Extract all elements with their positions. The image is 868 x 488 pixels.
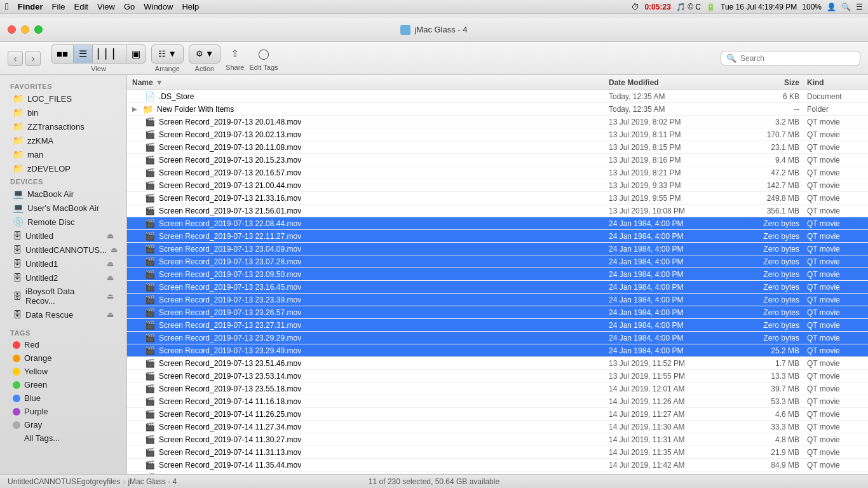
search-input[interactable] xyxy=(740,54,855,63)
sidebar-item-device-7[interactable]: 🗄iBoysoft Data Recov...⏏ xyxy=(3,285,124,308)
col-modified-header[interactable]: Date Modified xyxy=(609,78,736,87)
sidebar-tag-0[interactable]: Red xyxy=(3,338,124,351)
table-row[interactable]: 🎬 Screen Record_2019-07-13 23.29.49.mov … xyxy=(127,344,868,357)
action-btn[interactable]: ⚙ ▼ xyxy=(189,44,220,64)
table-row[interactable]: 🎬 Screen Record_2019-07-13 20.16.57.mov … xyxy=(127,166,868,179)
minimize-button[interactable] xyxy=(21,25,29,34)
icon-view-btn[interactable]: ■■ xyxy=(51,45,74,63)
table-row[interactable]: 🎬 Screen Record_2019-07-13 20.01.48.mov … xyxy=(127,116,868,128)
sidebar-item-device-1[interactable]: 💻User's MacBook Air xyxy=(3,201,124,215)
edit-tags-button[interactable]: ◯ xyxy=(253,45,275,62)
eject-icon[interactable]: ⏏ xyxy=(111,245,118,254)
sidebar-item-favorite-2[interactable]: 📁ZZTransactions xyxy=(3,119,124,133)
arrange-icon[interactable]: ☷ ▼ xyxy=(152,45,182,63)
table-row[interactable]: 🎬 Screen Record_2019-07-14 11.16.18.mov … xyxy=(127,395,868,408)
file-size: Zero bytes xyxy=(736,245,799,254)
sidebar-tag-2[interactable]: Yellow xyxy=(3,365,124,378)
table-row[interactable]: 🎬 Screen Record_2019-07-13 20.02.13.mov … xyxy=(127,128,868,141)
file-size: Zero bytes xyxy=(736,232,799,241)
movie-icon: 🎬 xyxy=(145,295,155,304)
table-row[interactable]: 🎬 Screen Record_2019-07-13 23.26.57.mov … xyxy=(127,306,868,319)
table-row[interactable]: 🎬 Screen Record_2019-07-13 23.04.09.mov … xyxy=(127,243,868,255)
menubar-edit[interactable]: Edit xyxy=(74,2,88,11)
table-row[interactable]: 🎬 Screen Record_2019-07-13 20.11.08.mov … xyxy=(127,141,868,154)
eject-icon[interactable]: ⏏ xyxy=(107,231,114,240)
eject-icon[interactable]: ⏏ xyxy=(107,273,114,282)
table-row[interactable]: ▶ 📁 New Folder With Items Today, 12:35 A… xyxy=(127,103,868,116)
table-row[interactable]: 🎬 Screen Record_2019-07-13 22.08.44.mov … xyxy=(127,217,868,230)
table-row[interactable]: 🎬 Screen Record_2019-07-13 23.51.46.mov … xyxy=(127,357,868,370)
table-row[interactable]: 🎬 Screen Record_2019-07-14 11.27.34.mov … xyxy=(127,421,868,433)
table-row[interactable]: 🎬 Screen Record_2019-07-13 23.27.31.mov … xyxy=(127,319,868,332)
sidebar-tag-6[interactable]: Gray xyxy=(3,418,124,431)
eject-icon[interactable]: ⏏ xyxy=(107,292,114,301)
table-row[interactable]: 🎬 Screen Record_2019-07-14 11.31.13.mov … xyxy=(127,446,868,459)
table-row[interactable]: 🎬 Screen Record_2019-07-13 21.56.01.mov … xyxy=(127,205,868,217)
menubar-finder[interactable]: Finder xyxy=(18,2,43,11)
sidebar-item-favorite-1[interactable]: 📁bin xyxy=(3,105,124,119)
list-view-btn[interactable]: ☰ xyxy=(74,45,93,63)
search-icon[interactable]: 🔍 xyxy=(841,3,851,11)
action-icon[interactable]: ⚙ ▼ xyxy=(189,45,220,63)
sidebar-item-favorite-5[interactable]: 📁zDEVELOP xyxy=(3,161,124,175)
menubar-help[interactable]: Help xyxy=(182,2,199,11)
menubar-view[interactable]: View xyxy=(97,2,115,11)
sidebar-tag-7[interactable]: All Tags... xyxy=(3,431,124,445)
sidebar-item-device-8[interactable]: 🗄Data Rescue⏏ xyxy=(3,308,124,322)
user-icon[interactable]: 👤 xyxy=(827,3,836,11)
arrange-group: ☷ ▼ Arrange xyxy=(151,44,183,72)
sidebar-item-favorite-0[interactable]: 📁LOC_FILES xyxy=(3,92,124,105)
file-list[interactable]: Name ▼ Date Modified Size Kind 📄 .DS_Sto… xyxy=(127,75,868,474)
menubar-window[interactable]: Window xyxy=(144,2,173,11)
sidebar-tag-4[interactable]: Blue xyxy=(3,391,124,405)
sidebar-item-device-6[interactable]: 🗄Untitled2⏏ xyxy=(3,271,124,285)
col-kind-header[interactable]: Kind xyxy=(799,78,863,87)
file-date: 14 Jul 2019, 11:27 AM xyxy=(609,410,736,419)
table-row[interactable]: 🎬 Screen Record_2019-07-13 23.55.18.mov … xyxy=(127,383,868,395)
menubar-go[interactable]: Go xyxy=(124,2,135,11)
file-name: Screen Record_2019-07-13 21.00.44.mov xyxy=(159,181,301,190)
close-button[interactable] xyxy=(8,25,16,34)
apple-menu[interactable]:  xyxy=(5,1,9,13)
back-button[interactable]: ‹ xyxy=(8,51,23,66)
sidebar-item-device-5[interactable]: 🗄Untitled1⏏ xyxy=(3,257,124,271)
col-size-header[interactable]: Size xyxy=(736,78,799,87)
sidebar-item-device-4[interactable]: 🗄UntitledCANNOTUS...⏏ xyxy=(3,243,124,257)
table-row[interactable]: 🎬 Screen Record_2019-07-13 20.15.23.mov … xyxy=(127,154,868,166)
table-row[interactable]: 🎬 Screen Record_2019-07-14 11.26.25.mov … xyxy=(127,408,868,421)
sidebar-item-device-0[interactable]: 💻MacBook Air xyxy=(3,187,124,201)
file-date: 24 Jan 1984, 4:00 PM xyxy=(609,232,736,241)
table-row[interactable]: 🎬 Screen Record_2019-07-13 22.11.27.mov … xyxy=(127,230,868,243)
table-row[interactable]: 🎬 Screen Record_2019-07-13 23.29.29.mov … xyxy=(127,332,868,344)
sidebar-tag-3[interactable]: Green xyxy=(3,378,124,391)
column-view-btn[interactable]: ▏▏▏ xyxy=(93,45,126,63)
search-box[interactable]: 🔍 xyxy=(721,51,860,65)
arrange-btn[interactable]: ☷ ▼ xyxy=(151,44,183,64)
forward-button[interactable]: › xyxy=(25,51,41,66)
sidebar-item-favorite-4[interactable]: 📁man xyxy=(3,147,124,161)
maximize-button[interactable] xyxy=(34,25,43,34)
eject-icon[interactable]: ⏏ xyxy=(107,310,114,319)
table-row[interactable]: 🎬 Screen Record_2019-07-13 23.53.14.mov … xyxy=(127,370,868,383)
gallery-view-btn[interactable]: ▣ xyxy=(126,45,146,63)
expand-arrow[interactable]: ▶ xyxy=(132,105,137,112)
table-row[interactable]: 🎬 Screen Record_2019-07-13 21.00.44.mov … xyxy=(127,179,868,192)
table-row[interactable]: 🎬 Screen Record_2019-07-13 23.23.39.mov … xyxy=(127,294,868,306)
sidebar-item-device-2[interactable]: 💿Remote Disc xyxy=(3,215,124,229)
share-button[interactable]: ⇧ xyxy=(226,45,244,62)
col-name-header[interactable]: Name ▼ xyxy=(132,78,609,87)
table-row[interactable]: 🎬 Screen Record_2019-07-13 23.09.50.mov … xyxy=(127,268,868,281)
table-row[interactable]: 📄 .DS_Store Today, 12:35 AM 6 KB Documen… xyxy=(127,90,868,103)
table-row[interactable]: 🎬 Screen Record_2019-07-13 23.07.28.mov … xyxy=(127,255,868,268)
table-row[interactable]: 🎬 Screen Record_2019-07-13 23.16.45.mov … xyxy=(127,281,868,294)
sidebar-item-favorite-3[interactable]: 📁zzKMA xyxy=(3,133,124,147)
list-icon[interactable]: ☰ xyxy=(856,3,863,11)
sidebar-item-device-3[interactable]: 🗄Untitled⏏ xyxy=(3,229,124,243)
sidebar-tag-1[interactable]: Orange xyxy=(3,351,124,365)
menubar-file[interactable]: File xyxy=(52,2,65,11)
table-row[interactable]: 🎬 Screen Record_2019-07-13 21.33.16.mov … xyxy=(127,192,868,205)
sidebar-tag-5[interactable]: Purple xyxy=(3,405,124,418)
table-row[interactable]: 🎬 Screen Record_2019-07-14 11.35.44.mov … xyxy=(127,459,868,471)
eject-icon[interactable]: ⏏ xyxy=(107,259,114,268)
table-row[interactable]: 🎬 Screen Record_2019-07-14 11.30.27.mov … xyxy=(127,433,868,446)
